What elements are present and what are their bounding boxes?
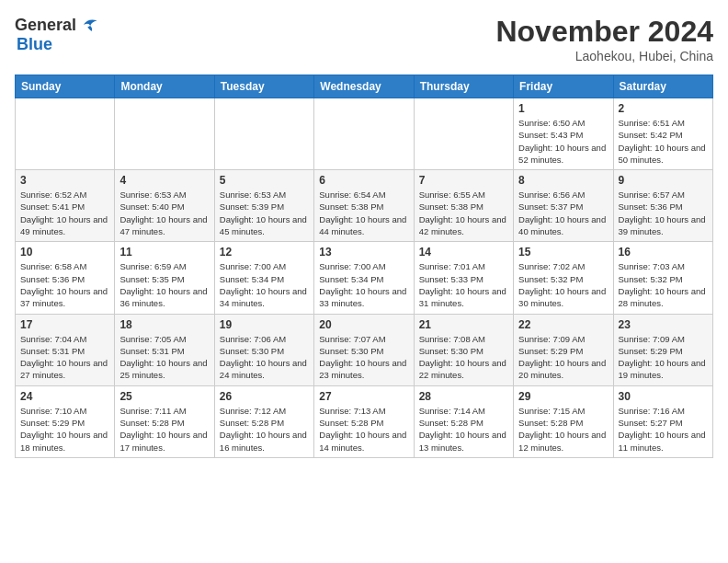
day-info: Sunrise: 6:51 AM Sunset: 5:42 PM Dayligh… [619, 117, 708, 166]
calendar-day-cell: 3Sunrise: 6:52 AM Sunset: 5:41 PM Daylig… [16, 170, 115, 242]
calendar-day-cell: 11Sunrise: 6:59 AM Sunset: 5:35 PM Dayli… [115, 242, 214, 314]
calendar-day-cell: 7Sunrise: 6:55 AM Sunset: 5:38 PM Daylig… [414, 170, 513, 242]
day-info: Sunrise: 7:09 AM Sunset: 5:29 PM Dayligh… [619, 333, 708, 382]
day-info: Sunrise: 7:07 AM Sunset: 5:30 PM Dayligh… [319, 333, 408, 382]
logo-bird-icon [78, 15, 98, 35]
day-info: Sunrise: 7:01 AM Sunset: 5:33 PM Dayligh… [419, 260, 508, 309]
day-number: 11 [119, 246, 209, 259]
day-info: Sunrise: 7:10 AM Sunset: 5:29 PM Dayligh… [20, 405, 109, 454]
day-number: 26 [220, 390, 309, 403]
calendar-day-cell: 14Sunrise: 7:01 AM Sunset: 5:33 PM Dayli… [414, 242, 513, 314]
page-header: General Blue November 2024 Laohekou, Hub… [15, 15, 713, 63]
day-info: Sunrise: 6:50 AM Sunset: 5:43 PM Dayligh… [518, 117, 608, 166]
weekday-header: Saturday [613, 75, 712, 98]
day-number: 20 [319, 318, 408, 331]
calendar-day-cell [314, 98, 414, 170]
day-info: Sunrise: 7:16 AM Sunset: 5:27 PM Dayligh… [619, 405, 708, 454]
calendar-day-cell: 17Sunrise: 7:04 AM Sunset: 5:31 PM Dayli… [16, 314, 115, 385]
day-number: 27 [319, 390, 408, 403]
day-info: Sunrise: 6:53 AM Sunset: 5:40 PM Dayligh… [119, 189, 209, 237]
day-number: 4 [119, 174, 209, 187]
day-number: 21 [419, 318, 508, 331]
day-info: Sunrise: 7:14 AM Sunset: 5:28 PM Dayligh… [419, 405, 508, 454]
calendar-day-cell: 18Sunrise: 7:05 AM Sunset: 5:31 PM Dayli… [115, 314, 214, 385]
calendar-day-cell [115, 98, 214, 170]
day-info: Sunrise: 7:00 AM Sunset: 5:34 PM Dayligh… [220, 260, 309, 309]
day-number: 2 [619, 102, 708, 115]
day-info: Sunrise: 6:58 AM Sunset: 5:36 PM Dayligh… [20, 260, 109, 309]
calendar-day-cell: 2Sunrise: 6:51 AM Sunset: 5:42 PM Daylig… [613, 98, 712, 170]
day-info: Sunrise: 6:56 AM Sunset: 5:37 PM Dayligh… [518, 189, 608, 237]
day-number: 3 [20, 174, 109, 187]
day-number: 8 [518, 174, 608, 187]
month-title: November 2024 [495, 15, 713, 49]
day-number: 29 [518, 390, 608, 403]
day-number: 18 [119, 318, 209, 331]
day-number: 19 [220, 318, 309, 331]
day-info: Sunrise: 7:05 AM Sunset: 5:31 PM Dayligh… [119, 333, 209, 382]
calendar-day-cell [414, 98, 513, 170]
calendar-day-cell: 19Sunrise: 7:06 AM Sunset: 5:30 PM Dayli… [214, 314, 313, 385]
day-number: 1 [518, 102, 608, 115]
day-number: 5 [220, 174, 309, 187]
day-number: 14 [419, 246, 508, 259]
day-info: Sunrise: 6:55 AM Sunset: 5:38 PM Dayligh… [419, 189, 508, 237]
calendar-day-cell [214, 98, 313, 170]
calendar-day-cell: 28Sunrise: 7:14 AM Sunset: 5:28 PM Dayli… [414, 385, 513, 457]
day-number: 13 [319, 246, 408, 259]
logo-blue-text: Blue [17, 35, 52, 53]
calendar-day-cell: 9Sunrise: 6:57 AM Sunset: 5:36 PM Daylig… [613, 170, 712, 242]
day-number: 16 [619, 246, 708, 259]
calendar-day-cell: 26Sunrise: 7:12 AM Sunset: 5:28 PM Dayli… [214, 385, 313, 457]
day-info: Sunrise: 7:03 AM Sunset: 5:32 PM Dayligh… [619, 260, 708, 309]
calendar-week-row: 3Sunrise: 6:52 AM Sunset: 5:41 PM Daylig… [16, 170, 713, 242]
calendar-day-cell: 8Sunrise: 6:56 AM Sunset: 5:37 PM Daylig… [514, 170, 613, 242]
location-text: Laohekou, Hubei, China [495, 49, 713, 63]
day-number: 12 [220, 246, 309, 259]
calendar-day-cell [16, 98, 115, 170]
calendar-day-cell: 5Sunrise: 6:53 AM Sunset: 5:39 PM Daylig… [214, 170, 313, 242]
day-info: Sunrise: 7:02 AM Sunset: 5:32 PM Dayligh… [518, 260, 608, 309]
day-info: Sunrise: 7:00 AM Sunset: 5:34 PM Dayligh… [319, 260, 408, 309]
day-info: Sunrise: 6:59 AM Sunset: 5:35 PM Dayligh… [119, 260, 209, 309]
day-info: Sunrise: 7:15 AM Sunset: 5:28 PM Dayligh… [518, 405, 608, 454]
day-info: Sunrise: 6:53 AM Sunset: 5:39 PM Dayligh… [220, 189, 309, 237]
calendar-day-cell: 29Sunrise: 7:15 AM Sunset: 5:28 PM Dayli… [514, 385, 613, 457]
calendar-day-cell: 12Sunrise: 7:00 AM Sunset: 5:34 PM Dayli… [214, 242, 313, 314]
calendar-day-cell: 30Sunrise: 7:16 AM Sunset: 5:27 PM Dayli… [613, 385, 712, 457]
calendar-week-row: 17Sunrise: 7:04 AM Sunset: 5:31 PM Dayli… [16, 314, 713, 385]
calendar-week-row: 1Sunrise: 6:50 AM Sunset: 5:43 PM Daylig… [16, 98, 713, 170]
day-info: Sunrise: 7:06 AM Sunset: 5:30 PM Dayligh… [220, 333, 309, 382]
calendar-day-cell: 24Sunrise: 7:10 AM Sunset: 5:29 PM Dayli… [16, 385, 115, 457]
day-info: Sunrise: 7:08 AM Sunset: 5:30 PM Dayligh… [419, 333, 508, 382]
title-block: November 2024 Laohekou, Hubei, China [495, 15, 713, 63]
logo: General Blue [15, 15, 98, 54]
calendar-day-cell: 27Sunrise: 7:13 AM Sunset: 5:28 PM Dayli… [314, 385, 414, 457]
day-number: 7 [419, 174, 508, 187]
calendar-day-cell: 13Sunrise: 7:00 AM Sunset: 5:34 PM Dayli… [314, 242, 414, 314]
day-info: Sunrise: 7:13 AM Sunset: 5:28 PM Dayligh… [319, 405, 408, 454]
calendar-day-cell: 25Sunrise: 7:11 AM Sunset: 5:28 PM Dayli… [115, 385, 214, 457]
day-number: 30 [619, 390, 708, 403]
day-number: 6 [319, 174, 408, 187]
calendar-day-cell: 10Sunrise: 6:58 AM Sunset: 5:36 PM Dayli… [16, 242, 115, 314]
day-info: Sunrise: 6:57 AM Sunset: 5:36 PM Dayligh… [619, 189, 708, 237]
weekday-header: Sunday [16, 75, 115, 98]
day-info: Sunrise: 6:54 AM Sunset: 5:38 PM Dayligh… [319, 189, 408, 237]
weekday-header: Wednesday [314, 75, 414, 98]
day-number: 17 [20, 318, 109, 331]
day-number: 24 [20, 390, 109, 403]
day-number: 22 [518, 318, 608, 331]
calendar-day-cell: 6Sunrise: 6:54 AM Sunset: 5:38 PM Daylig… [314, 170, 414, 242]
day-info: Sunrise: 7:09 AM Sunset: 5:29 PM Dayligh… [518, 333, 608, 382]
calendar-week-row: 24Sunrise: 7:10 AM Sunset: 5:29 PM Dayli… [16, 385, 713, 457]
day-info: Sunrise: 6:52 AM Sunset: 5:41 PM Dayligh… [20, 189, 109, 237]
calendar-day-cell: 1Sunrise: 6:50 AM Sunset: 5:43 PM Daylig… [514, 98, 613, 170]
day-number: 10 [20, 246, 109, 259]
calendar-week-row: 10Sunrise: 6:58 AM Sunset: 5:36 PM Dayli… [16, 242, 713, 314]
calendar-day-cell: 23Sunrise: 7:09 AM Sunset: 5:29 PM Dayli… [613, 314, 712, 385]
day-number: 23 [619, 318, 708, 331]
logo-general-text: General [15, 16, 76, 35]
day-info: Sunrise: 7:11 AM Sunset: 5:28 PM Dayligh… [119, 405, 209, 454]
day-number: 9 [619, 174, 708, 187]
